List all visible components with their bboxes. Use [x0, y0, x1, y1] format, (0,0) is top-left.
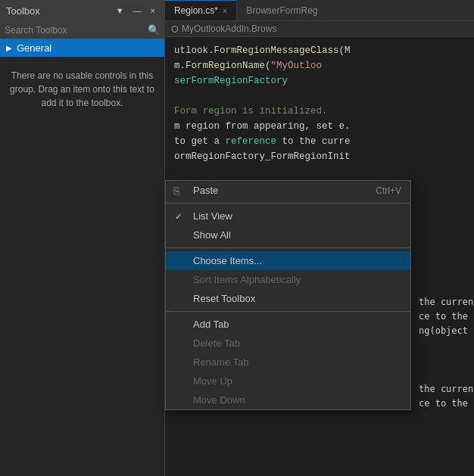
menu-item-move-down-label: Move Down: [193, 394, 245, 406]
search-input[interactable]: [5, 25, 148, 36]
general-group-label: General: [17, 42, 51, 54]
menu-item-choose-items[interactable]: Choose Items...: [166, 251, 410, 270]
close-icon[interactable]: ×: [148, 5, 158, 17]
menu-item-list-view-label: List View: [193, 210, 232, 222]
menu-item-rename-tab-label: Rename Tab: [193, 356, 248, 368]
code-text: Form region is initialized.: [174, 106, 328, 117]
toolbox-search-bar: 🔍: [0, 21, 164, 39]
code-text: m region from appearing, set e.: [174, 121, 351, 132]
editor-tabs: Region.cs* × BrowserFormReg: [165, 0, 474, 21]
code-line-2: m.FormRegionName("MyOutloo: [165, 58, 474, 73]
expand-arrow-icon: ▶: [6, 44, 12, 52]
menu-item-reset-label: Reset Toolbox: [193, 293, 255, 304]
general-group-header[interactable]: ▶ General: [0, 39, 164, 57]
menu-item-show-all-label: Show All: [193, 229, 231, 241]
code-right-1: the curren: [419, 295, 473, 310]
titlebar-icons: ▼ — ×: [113, 5, 158, 17]
toolbox-panel: Toolbox ▼ — × 🔍 ▶ General There are no u…: [0, 0, 165, 476]
editor-breadcrumb: ⬡ MyOutlookAddIn.Brows: [165, 21, 474, 37]
toolbox-empty-message: There are no usable controls in this gro…: [0, 57, 164, 122]
code-text: m.FormRegionName("MyOutloo: [174, 61, 322, 71]
menu-item-choose-items-label: Choose Items...: [193, 255, 262, 266]
code-right-4: the curren: [419, 382, 473, 397]
menu-item-rename-tab: Rename Tab: [166, 353, 410, 372]
paste-icon: ⎘: [173, 185, 179, 197]
menu-item-add-tab[interactable]: Add Tab: [166, 315, 410, 334]
code-right-2: ce to the: [419, 310, 473, 324]
code-text: serFormRegionFactory: [174, 76, 288, 86]
code-line-7: to get a reference to the curre: [165, 134, 474, 149]
search-button[interactable]: 🔍: [148, 24, 160, 36]
tab-browserformreg[interactable]: BrowserFormReg: [237, 0, 326, 20]
tab-region-cs[interactable]: Region.cs* ×: [165, 0, 236, 20]
menu-item-move-up: Move Up: [166, 372, 410, 390]
menu-item-delete-tab: Delete Tab: [166, 334, 410, 353]
code-text: ormRegionFactory_FormRegionInit: [174, 151, 351, 162]
breadcrumb-text: MyOutlookAddIn.Brows: [182, 23, 276, 34]
tab-browserformreg-label: BrowserFormReg: [246, 5, 317, 16]
editor-right-overlay: the curren ce to the ng(object: [419, 295, 473, 339]
menu-item-delete-tab-label: Delete Tab: [193, 338, 240, 349]
menu-item-sort-alphabetically: Sort Items Alphabetically: [166, 270, 410, 289]
menu-item-move-down: Move Down: [166, 390, 410, 409]
code-line-5: Form region is initialized.: [165, 104, 474, 119]
menu-separator-3: [166, 311, 410, 312]
code-line-3: serFormRegionFactory: [165, 73, 474, 89]
code-text: utlook.FormRegionMessageClass(M: [174, 45, 351, 56]
minimize-icon[interactable]: —: [130, 5, 145, 17]
list-view-check-icon: ✓: [175, 211, 182, 222]
menu-item-add-tab-label: Add Tab: [193, 319, 229, 330]
editor-right-overlay-2: the curren ce to the: [419, 382, 473, 411]
menu-item-show-all[interactable]: Show All: [166, 226, 410, 244]
tab-region-cs-label: Region.cs*: [174, 5, 218, 16]
code-line-4: [165, 89, 474, 104]
code-right-5: ce to the: [419, 397, 473, 411]
menu-item-paste[interactable]: ⎘ Paste Ctrl+V: [166, 181, 410, 200]
pin-down-icon[interactable]: ▼: [113, 5, 127, 17]
menu-separator-1: [166, 203, 410, 204]
menu-item-paste-label: Paste: [193, 185, 218, 196]
tab-region-cs-close[interactable]: ×: [223, 6, 227, 15]
code-line-6: m region from appearing, set e.: [165, 119, 474, 134]
code-right-3: ng(object: [419, 324, 473, 338]
paste-shortcut: Ctrl+V: [376, 185, 401, 196]
menu-item-sort-label: Sort Items Alphabetically: [193, 274, 301, 285]
toolbox-titlebar: Toolbox ▼ — ×: [0, 0, 164, 21]
menu-item-list-view[interactable]: ✓ List View: [166, 207, 410, 226]
menu-item-move-up-label: Move Up: [193, 375, 232, 387]
code-line-8: ormRegionFactory_FormRegionInit: [165, 149, 474, 164]
code-line-1: utlook.FormRegionMessageClass(M: [165, 43, 474, 58]
toolbox-empty-text: There are no usable controls in this gro…: [10, 70, 154, 108]
toolbox-title: Toolbox: [6, 5, 40, 17]
namespace-icon: ⬡: [171, 24, 179, 34]
menu-separator-2: [166, 247, 410, 248]
context-menu: ⎘ Paste Ctrl+V ✓ List View Show All Choo…: [165, 180, 411, 410]
code-text: to get a reference to the curre: [174, 136, 351, 147]
menu-item-reset-toolbox[interactable]: Reset Toolbox: [166, 289, 410, 308]
